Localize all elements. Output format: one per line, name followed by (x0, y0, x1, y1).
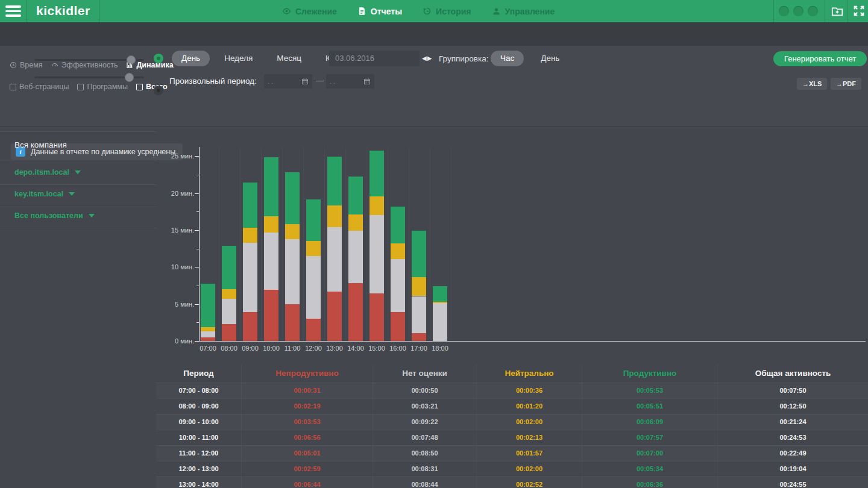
bar-segment-Нейтрально (370, 196, 384, 215)
export-xls-button[interactable]: →XLS (797, 78, 827, 90)
table-cell: 00:01:57 (476, 446, 582, 461)
option-dynamics[interactable]: Динамика (126, 61, 173, 69)
option-efficiency[interactable]: Эффективность (51, 61, 118, 69)
table-cell: 08:00 - 09:00 (156, 399, 241, 414)
table-header-cell: Общая активность (717, 364, 868, 383)
bar-segment-Непродуктивно (264, 290, 278, 341)
bar-segment-Непродуктивно (285, 304, 300, 341)
bar-segment-Продуктивно (243, 183, 257, 228)
table-cell: 00:00:31 (241, 383, 373, 398)
preset-period-radio[interactable] (154, 54, 163, 63)
custom-period-to-input[interactable]: . . (326, 74, 374, 89)
y-axis-tick (195, 230, 199, 231)
table-cell: 12:00 - 13:00 (156, 461, 241, 477)
option-webpages[interactable]: Веб-страницы (10, 83, 69, 91)
status-dot-3 (808, 6, 818, 16)
table-row: 13:00 - 14:0000:06:4400:08:4400:02:5200:… (156, 477, 868, 488)
generate-report-button[interactable]: Генерировать отчет (773, 51, 867, 66)
bar-segment-Непродуктивно (201, 337, 215, 341)
bar-segment-Непродуктивно (412, 333, 426, 341)
x-axis-tick-label: 09:00 (239, 345, 261, 352)
clock-icon (10, 61, 17, 69)
option-programs[interactable]: Программы (77, 83, 128, 91)
calendar-icon (363, 78, 371, 85)
preset-week[interactable]: Неделя (215, 51, 262, 66)
fullscreen-icon[interactable] (852, 4, 866, 20)
grouping-hour[interactable]: Час (491, 51, 524, 66)
nav-item-tracking[interactable]: Слежение (282, 7, 337, 16)
bar-segment-Непродуктивно (348, 283, 363, 341)
new-window-folder-icon[interactable] (831, 4, 844, 20)
tab-strip: + Новый отчет × ◀▶ (0, 22, 868, 46)
bar-segment-Нет оценки (370, 215, 384, 293)
chart-slot-line (409, 147, 409, 341)
bar-segment-Продуктивно (327, 157, 342, 205)
preset-month[interactable]: Месяц (267, 51, 311, 66)
x-axis-line (199, 341, 866, 342)
table-cell: 00:05:01 (241, 446, 373, 461)
table-cell: 13:00 - 14:00 (156, 477, 241, 488)
table-body: 07:00 - 08:0000:00:3100:00:5000:00:3600:… (156, 383, 868, 488)
table-row: 08:00 - 09:0000:02:1900:03:2100:01:2000:… (156, 398, 868, 414)
date-prev-next-arrows[interactable]: ◀▶ (422, 55, 432, 61)
bar-segment-Нет оценки (243, 243, 257, 312)
top-app-bar: kickidler Слежение Отчеты История Управл… (0, 0, 868, 22)
bar-segment-Продуктивно (222, 246, 236, 289)
x-axis-tick-label: 12:00 (303, 345, 324, 352)
grouping-day[interactable]: День (531, 51, 569, 66)
table-cell: 00:00:36 (476, 383, 582, 398)
table-cell: 00:24:53 (717, 430, 868, 445)
y-axis-minor-tick (197, 322, 199, 323)
table-cell: 00:05:53 (582, 383, 717, 398)
calendar-icon (301, 78, 309, 85)
table-cell: 00:01:20 (476, 399, 582, 414)
table-cell: 00:08:31 (373, 461, 476, 477)
y-axis-minor-tick (197, 249, 199, 249)
report-date-field[interactable]: 03.06.2016 (329, 51, 420, 66)
x-axis-tick-label: 13:00 (324, 345, 345, 352)
x-axis-tick-label: 08:00 (218, 345, 240, 352)
bar-segment-Нет оценки (412, 296, 426, 333)
chart-slot-line (366, 147, 367, 341)
y-axis-tick-label: 0 мин. (160, 337, 194, 345)
person-icon (492, 7, 501, 16)
chart-slot-line (451, 147, 451, 341)
custom-period-radio[interactable] (154, 86, 163, 95)
checkbox-icon (77, 84, 84, 90)
y-axis-tick (195, 341, 199, 342)
report-icon (357, 7, 366, 16)
bar-segment-Нет оценки (327, 227, 342, 292)
date-placeholder: . . (268, 78, 273, 85)
bar-segment-Нейтрально (306, 241, 321, 256)
table-cell: 00:02:00 (476, 461, 582, 477)
table-row: 11:00 - 12:0000:05:0100:08:5000:01:5700:… (156, 445, 868, 461)
nav-item-management[interactable]: Управление (492, 7, 555, 16)
nav-item-reports[interactable]: Отчеты (357, 7, 402, 16)
option-label: Время (20, 61, 43, 69)
custom-period-from-input[interactable]: . . (264, 74, 312, 89)
table-row: 07:00 - 08:0000:00:3100:00:5000:00:3600:… (156, 383, 868, 398)
bar-segment-Непродуктивно (327, 292, 342, 341)
data-scope-slider-handle[interactable] (125, 73, 134, 82)
bar-segment-Продуктивно (201, 284, 215, 327)
export-pdf-button[interactable]: →PDF (831, 78, 861, 90)
chart-slot-line (430, 147, 430, 341)
status-dot-2 (793, 6, 804, 16)
nav-label: Слежение (295, 7, 337, 16)
option-time[interactable]: Время (10, 61, 43, 69)
hamburger-menu-icon[interactable] (5, 5, 21, 17)
nav-item-history[interactable]: История (423, 7, 471, 16)
table-cell: 00:06:36 (582, 477, 717, 488)
date-range-dash: — (316, 76, 324, 85)
table-cell: 00:21:24 (717, 414, 868, 430)
activity-table: ПериодНепродуктивноНет оценкиНейтральноП… (156, 364, 868, 488)
chart-icon (126, 61, 133, 69)
table-header-cell: Непродуктивно (241, 364, 373, 383)
x-axis-tick-label: 16:00 (387, 345, 409, 352)
y-axis-minor-tick (197, 211, 199, 212)
bar-segment-Нет оценки (433, 303, 447, 341)
y-axis-line (199, 147, 200, 341)
preset-day[interactable]: День (172, 51, 210, 66)
table-cell: 00:19:04 (717, 461, 868, 477)
table-cell: 00:03:53 (241, 414, 373, 430)
